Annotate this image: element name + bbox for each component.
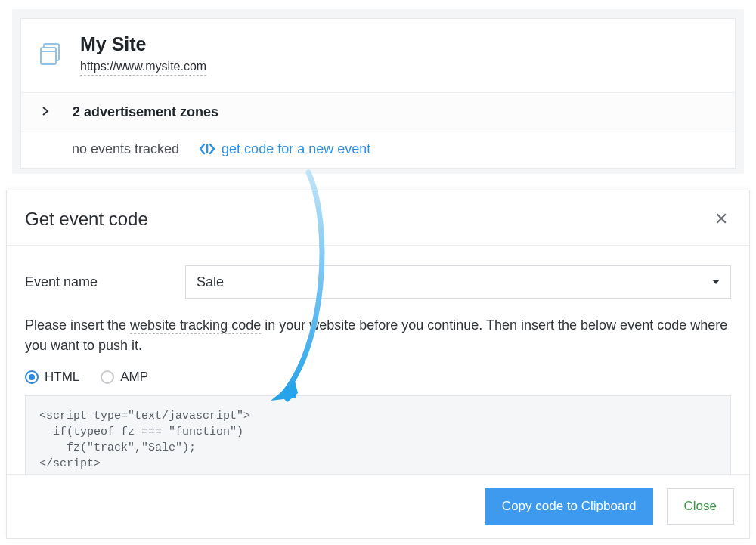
- radio-selected-icon: [25, 370, 39, 384]
- event-name-select[interactable]: Sale: [185, 265, 731, 299]
- get-code-link[interactable]: get code for a new event: [199, 141, 370, 157]
- modal-body: Event name Sale Please insert the websit…: [7, 246, 749, 497]
- event-name-row: Event name Sale: [25, 265, 731, 299]
- modal-footer: Copy code to Clipboard Close: [7, 474, 749, 538]
- get-code-label: get code for a new event: [222, 141, 370, 157]
- no-events-label: no events tracked: [72, 141, 179, 157]
- event-name-label: Event name: [25, 274, 185, 290]
- instruction-text: Please insert the website tracking code …: [25, 315, 731, 356]
- close-icon[interactable]: ✕: [714, 209, 728, 229]
- get-event-code-modal: Get event code ✕ Event name Sale Please …: [6, 190, 750, 539]
- tracking-code-link[interactable]: website tracking code: [130, 317, 261, 334]
- event-code-box[interactable]: <script type="text/javascript"> if(typeo…: [25, 395, 731, 485]
- events-row: no events tracked get code for a new eve…: [21, 132, 735, 168]
- event-name-value: Sale: [197, 274, 224, 290]
- radio-html[interactable]: HTML: [25, 370, 79, 385]
- radio-amp[interactable]: AMP: [101, 370, 148, 385]
- code-icon: [199, 142, 215, 156]
- caret-down-icon: [712, 280, 720, 284]
- site-pages-icon: [39, 41, 67, 68]
- radio-unselected-icon: [101, 370, 114, 384]
- site-header: My Site https://www.mysite.com: [21, 19, 735, 92]
- modal-title: Get event code: [25, 209, 148, 230]
- ad-zones-label: 2 advertisement zones: [73, 104, 218, 120]
- svg-rect-1: [41, 48, 56, 64]
- copy-code-button[interactable]: Copy code to Clipboard: [485, 488, 653, 525]
- modal-header: Get event code ✕: [7, 190, 749, 246]
- close-button[interactable]: Close: [667, 488, 734, 525]
- site-title: My Site: [80, 34, 206, 55]
- site-card: My Site https://www.mysite.com 2 adverti…: [20, 18, 736, 169]
- code-format-radios: HTML AMP: [25, 370, 731, 385]
- ad-zones-row[interactable]: 2 advertisement zones: [21, 92, 735, 132]
- site-url-link[interactable]: https://www.mysite.com: [80, 60, 206, 76]
- chevron-right-icon: [39, 105, 51, 119]
